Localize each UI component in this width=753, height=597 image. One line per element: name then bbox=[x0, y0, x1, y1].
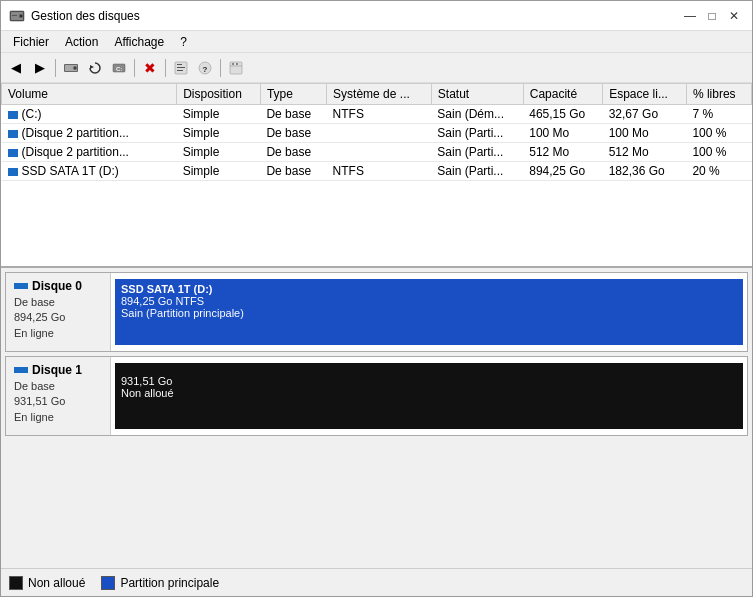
cell-disposition: Simple bbox=[177, 143, 261, 162]
legend-primary-label: Partition principale bbox=[120, 576, 219, 590]
cell-filesystem bbox=[327, 124, 432, 143]
cell-free: 100 Mo bbox=[603, 124, 687, 143]
svg-rect-21 bbox=[236, 63, 238, 65]
legend: Non alloué Partition principale bbox=[1, 568, 752, 596]
disk-map-section: Disque 0 De base894,25 GoEn ligne SSD SA… bbox=[1, 268, 752, 568]
cell-disposition: Simple bbox=[177, 124, 261, 143]
disk-row-1: Disque 1 De base931,51 GoEn ligne 931,51… bbox=[5, 356, 748, 436]
cell-free: 182,36 Go bbox=[603, 162, 687, 181]
svg-rect-4 bbox=[12, 15, 17, 16]
cell-filesystem bbox=[327, 143, 432, 162]
cell-pct: 100 % bbox=[686, 143, 751, 162]
svg-text:C:: C: bbox=[116, 66, 122, 72]
cell-filesystem: NTFS bbox=[327, 162, 432, 181]
settings-button[interactable] bbox=[225, 57, 247, 79]
partition-type-0-0: Sain (Partition principale) bbox=[121, 307, 737, 319]
disk-meta-0: De base894,25 GoEn ligne bbox=[14, 295, 102, 341]
disk-info-0: Disque 0 De base894,25 GoEn ligne bbox=[6, 273, 111, 351]
cell-disposition: Simple bbox=[177, 105, 261, 124]
separator-1 bbox=[55, 59, 56, 77]
cell-volume: SSD SATA 1T (D:) bbox=[2, 162, 177, 181]
cell-status: Sain (Dém... bbox=[431, 105, 523, 124]
table-row[interactable]: SSD SATA 1T (D:) Simple De base NTFS Sai… bbox=[2, 162, 752, 181]
partition-type-1-0: Non alloué bbox=[121, 387, 737, 399]
back-button[interactable]: ◀ bbox=[5, 57, 27, 79]
cell-type: De base bbox=[260, 124, 326, 143]
disk-label-1: Disque 1 bbox=[32, 363, 82, 377]
cell-type: De base bbox=[260, 105, 326, 124]
disk-label-0: Disque 0 bbox=[32, 279, 82, 293]
cell-filesystem: NTFS bbox=[327, 105, 432, 124]
separator-2 bbox=[134, 59, 135, 77]
disk-name-0: Disque 0 bbox=[14, 279, 102, 293]
cell-volume: (Disque 2 partition... bbox=[2, 143, 177, 162]
col-filesystem: Système de ... bbox=[327, 84, 432, 105]
toolbar: ◀ ▶ C: ✖ bbox=[1, 53, 752, 83]
col-capacity: Capacité bbox=[523, 84, 602, 105]
maximize-button[interactable]: □ bbox=[702, 6, 722, 26]
title-bar: Gestion des disques — □ ✕ bbox=[1, 1, 752, 31]
cell-status: Sain (Parti... bbox=[431, 162, 523, 181]
disk-partitions-1: 931,51 Go Non alloué bbox=[111, 357, 747, 435]
title-bar-left: Gestion des disques bbox=[9, 8, 140, 24]
disk-icon-1 bbox=[14, 367, 28, 373]
volume-table-section: Volume Disposition Type Système de ... S… bbox=[1, 83, 752, 268]
partition-block-0-0[interactable]: SSD SATA 1T (D:) 894,25 Go NTFS Sain (Pa… bbox=[115, 279, 743, 345]
forward-button[interactable]: ▶ bbox=[29, 57, 51, 79]
cell-volume: (Disque 2 partition... bbox=[2, 124, 177, 143]
partition-label-0-0: SSD SATA 1T (D:) bbox=[121, 283, 737, 295]
cell-pct: 20 % bbox=[686, 162, 751, 181]
disk-mgmt-button[interactable] bbox=[60, 57, 82, 79]
col-pct: % libres bbox=[686, 84, 751, 105]
menu-affichage[interactable]: Affichage bbox=[106, 33, 172, 51]
legend-unallocated: Non alloué bbox=[9, 576, 85, 590]
disk-name-1: Disque 1 bbox=[14, 363, 102, 377]
properties-button[interactable] bbox=[170, 57, 192, 79]
legend-blue-box bbox=[101, 576, 115, 590]
svg-marker-9 bbox=[90, 65, 94, 69]
svg-point-8 bbox=[74, 67, 76, 69]
cell-capacity: 100 Mo bbox=[523, 124, 602, 143]
content-area: Volume Disposition Type Système de ... S… bbox=[1, 83, 752, 568]
col-type: Type bbox=[260, 84, 326, 105]
col-volume: Volume bbox=[2, 84, 177, 105]
menu-fichier[interactable]: Fichier bbox=[5, 33, 57, 51]
svg-text:?: ? bbox=[203, 64, 208, 73]
cell-pct: 100 % bbox=[686, 124, 751, 143]
disk-meta-1: De base931,51 GoEn ligne bbox=[14, 379, 102, 425]
cell-capacity: 512 Mo bbox=[523, 143, 602, 162]
cell-free: 32,67 Go bbox=[603, 105, 687, 124]
help-button[interactable]: ? bbox=[194, 57, 216, 79]
cell-type: De base bbox=[260, 143, 326, 162]
cell-status: Sain (Parti... bbox=[431, 143, 523, 162]
separator-4 bbox=[220, 59, 221, 77]
disk-partitions-0: SSD SATA 1T (D:) 894,25 Go NTFS Sain (Pa… bbox=[111, 273, 747, 351]
partition-block-1-0[interactable]: 931,51 Go Non alloué bbox=[115, 363, 743, 429]
legend-primary: Partition principale bbox=[101, 576, 219, 590]
disk-row-0: Disque 0 De base894,25 GoEn ligne SSD SA… bbox=[5, 272, 748, 352]
refresh-button[interactable] bbox=[84, 57, 106, 79]
cell-disposition: Simple bbox=[177, 162, 261, 181]
cell-free: 512 Mo bbox=[603, 143, 687, 162]
cell-type: De base bbox=[260, 162, 326, 181]
col-free: Espace li... bbox=[603, 84, 687, 105]
close-button[interactable]: ✕ bbox=[724, 6, 744, 26]
svg-rect-13 bbox=[177, 64, 182, 65]
volume-table: Volume Disposition Type Système de ... S… bbox=[1, 83, 752, 181]
table-row[interactable]: (Disque 2 partition... Simple De base Sa… bbox=[2, 143, 752, 162]
svg-rect-14 bbox=[177, 67, 185, 68]
cell-capacity: 894,25 Go bbox=[523, 162, 602, 181]
svg-rect-20 bbox=[232, 63, 234, 65]
minimize-button[interactable]: — bbox=[680, 6, 700, 26]
menu-help[interactable]: ? bbox=[172, 33, 195, 51]
table-row[interactable]: (Disque 2 partition... Simple De base Sa… bbox=[2, 124, 752, 143]
delete-button[interactable]: ✖ bbox=[139, 57, 161, 79]
menu-action[interactable]: Action bbox=[57, 33, 106, 51]
main-window: Gestion des disques — □ ✕ Fichier Action… bbox=[0, 0, 753, 597]
change-letter-button[interactable]: C: bbox=[108, 57, 130, 79]
col-disposition: Disposition bbox=[177, 84, 261, 105]
table-row[interactable]: (C:) Simple De base NTFS Sain (Dém... 46… bbox=[2, 105, 752, 124]
menu-bar: Fichier Action Affichage ? bbox=[1, 31, 752, 53]
cell-status: Sain (Parti... bbox=[431, 124, 523, 143]
partition-size-1-0: 931,51 Go bbox=[121, 375, 737, 387]
